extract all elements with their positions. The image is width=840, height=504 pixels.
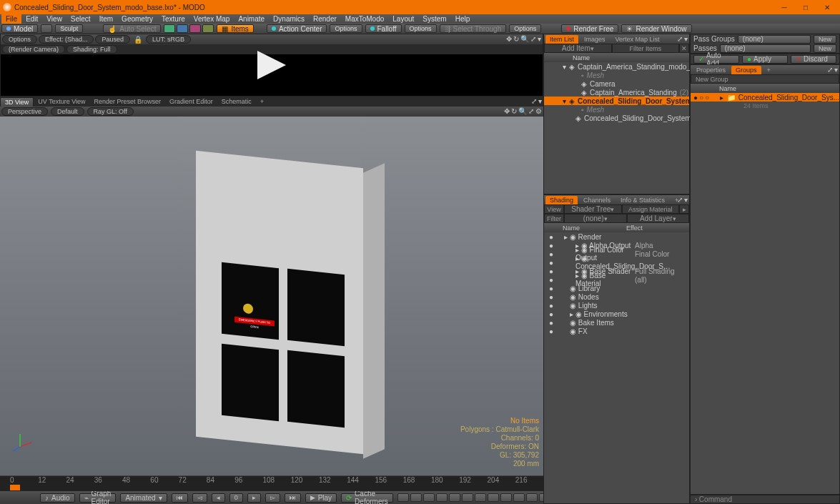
menu-icon[interactable]: ▾ <box>684 196 688 204</box>
key-icon-6[interactable] <box>462 493 473 502</box>
tab-images[interactable]: Images <box>580 35 610 44</box>
select-icon-1[interactable] <box>164 24 175 33</box>
tab-properties[interactable]: Properties <box>692 66 730 74</box>
raygl-dropdown[interactable]: Ray GL: Off <box>87 107 134 116</box>
shading-effect-header[interactable]: Effect <box>626 223 689 232</box>
expand-icon[interactable]: ⤢ <box>827 66 833 74</box>
key-icon-4[interactable] <box>436 493 448 502</box>
prev-frame-button[interactable]: ◂ <box>212 493 225 503</box>
menu-icon[interactable]: ▾ <box>834 66 838 74</box>
refresh-icon[interactable]: ↻ <box>513 35 519 43</box>
tab-itemlist[interactable]: Item List <box>545 35 578 44</box>
model-button[interactable]: Model <box>1 24 38 33</box>
graph-button[interactable]: ⌁Graph Editor <box>79 493 117 503</box>
select-icon-3[interactable] <box>189 24 201 33</box>
tab-renderpreset[interactable]: Render Preset Browser <box>90 97 166 107</box>
newgroup-input[interactable]: New Group <box>691 74 839 84</box>
menu-geometry[interactable]: Geometry <box>117 14 157 24</box>
menu-edit[interactable]: Edit <box>21 14 42 24</box>
discard-button[interactable]: ✕Discard <box>791 55 836 64</box>
menu-help[interactable]: Help <box>451 14 475 24</box>
assign-input[interactable]: Assign Material <box>622 204 680 214</box>
command-input[interactable]: › Command <box>690 495 840 504</box>
item-tree-row[interactable]: ◦Mesh <box>544 71 689 79</box>
shading-tree-row[interactable]: ●◉ Lights <box>544 301 689 310</box>
shading-tree-row[interactable]: ●◉ FX <box>544 327 689 335</box>
menu-texture[interactable]: Texture <box>157 14 189 24</box>
filteritems-input[interactable]: Filter Items <box>612 44 680 53</box>
itemlist-name-header[interactable]: Name <box>544 53 689 62</box>
playhead[interactable] <box>10 485 20 490</box>
items-button[interactable]: ▦Items <box>217 24 253 33</box>
filter-dropdown[interactable]: (none) ▾ <box>564 214 627 223</box>
key-icon-9[interactable] <box>500 493 512 502</box>
key-icon-7[interactable] <box>475 493 486 502</box>
additem-input[interactable]: Add Item ▾ <box>544 44 612 53</box>
gear-icon[interactable]: ⚙ <box>535 107 542 115</box>
menu-layout[interactable]: Layout <box>388 14 418 24</box>
tab-3dview[interactable]: 3D View <box>0 97 34 107</box>
new-pass-button[interactable]: New <box>814 44 836 53</box>
assign-go[interactable]: ▸ <box>679 204 689 214</box>
menu-file[interactable]: File <box>1 14 21 24</box>
tab-add[interactable]: + <box>763 66 775 74</box>
shading-tree-row[interactable]: ●◉ Bake Items <box>544 318 689 327</box>
item-tree-row[interactable]: ◈Concealed_Sliding_Door_System (2) <box>544 114 689 122</box>
sculpt-button[interactable]: Sculpt <box>55 24 83 33</box>
tab-infostats[interactable]: Info & Statistics <box>616 196 669 204</box>
item-tree-row[interactable]: ▾◈Concealed_Sliding_Door_System_... <box>544 97 689 105</box>
passgroups-dropdown[interactable]: (none) <box>738 35 811 44</box>
play-icon[interactable] <box>254 51 290 79</box>
addlayer-dropdown[interactable]: Add Layer ▾ <box>627 214 690 223</box>
options-view-icon[interactable]: ▾ <box>538 97 542 105</box>
autoselect-button[interactable]: ☝Auto Select <box>103 24 161 33</box>
preview-lut[interactable]: LUT: sRGB <box>146 35 191 44</box>
search-icon[interactable]: 🔍 <box>520 35 529 43</box>
minimize-button[interactable]: ─ <box>780 3 789 11</box>
key-icon-11[interactable] <box>526 493 538 502</box>
key-icon-3[interactable] <box>423 493 435 502</box>
shading-name-header[interactable]: Name <box>544 223 626 232</box>
falloff-button[interactable]: Falloff <box>365 24 402 33</box>
play-button[interactable]: ▶ Play <box>305 493 337 503</box>
expand-icon[interactable]: ⤢ <box>530 35 536 43</box>
tab-channels[interactable]: Channels <box>579 196 615 204</box>
item-tree-row[interactable]: ◦Mesh <box>544 105 689 114</box>
item-tree-row[interactable]: ◈Captain_America_Standing (2) <box>544 88 689 97</box>
item-tree-row[interactable]: ▾◈Captain_America_Standing_modo_base... <box>544 62 689 71</box>
lock-icon[interactable]: 🔒 <box>132 36 144 44</box>
preview-options[interactable]: Options <box>2 35 37 44</box>
axis-gizmo[interactable] <box>13 431 34 453</box>
mode-icon[interactable] <box>41 24 52 33</box>
expand-view-icon[interactable]: ⤢ <box>528 107 534 115</box>
select-icon-4[interactable] <box>202 24 214 33</box>
animated-dropdown[interactable]: Animated▾ <box>120 493 167 503</box>
shading-tree-row[interactable]: ●◉ Library <box>544 284 689 292</box>
menu-system[interactable]: System <box>418 14 450 24</box>
refresh-view-icon[interactable]: ↻ <box>511 107 517 115</box>
item-tree-row[interactable]: ◈Camera <box>544 79 689 88</box>
tab-add[interactable]: + <box>256 97 268 107</box>
viewport-3d[interactable]: EMERGENCY PUSH TO OPEN No Items Polygons… <box>0 117 543 475</box>
preview-paused[interactable]: Paused <box>95 35 130 44</box>
maximize-button[interactable]: □ <box>801 3 810 11</box>
menu-icon[interactable]: ▾ <box>538 35 541 43</box>
preview-effect[interactable]: Effect: (Shad... <box>39 35 94 44</box>
key-icon-10[interactable] <box>513 493 525 502</box>
groups-name-header[interactable]: Name <box>691 84 839 93</box>
key-icon-1[interactable] <box>397 493 409 502</box>
new-passgroup-button[interactable]: New <box>814 35 836 44</box>
shading-tree-row[interactable]: ●▸ ◉ Render <box>544 232 689 241</box>
cache-button[interactable]: ⟳Cache Deformers <box>341 493 393 503</box>
move-view-icon[interactable]: ✥ <box>504 107 510 115</box>
tab-groups[interactable]: Groups <box>731 66 761 74</box>
tab-gradient[interactable]: Gradient Editor <box>165 97 217 107</box>
actioncenter-button[interactable]: Action Center <box>267 24 327 33</box>
skip-end-button[interactable]: ⏭ <box>285 493 301 503</box>
preview-shading[interactable]: Shading: Full <box>66 45 117 54</box>
timeline[interactable]: 0122436486072849610812013214415616818019… <box>0 475 543 491</box>
menu-dynamics[interactable]: Dynamics <box>269 14 309 24</box>
tab-shading[interactable]: Shading <box>545 196 578 204</box>
skip-start-button[interactable]: ⏮ <box>172 493 188 503</box>
move-icon[interactable]: ✥ <box>506 35 512 43</box>
